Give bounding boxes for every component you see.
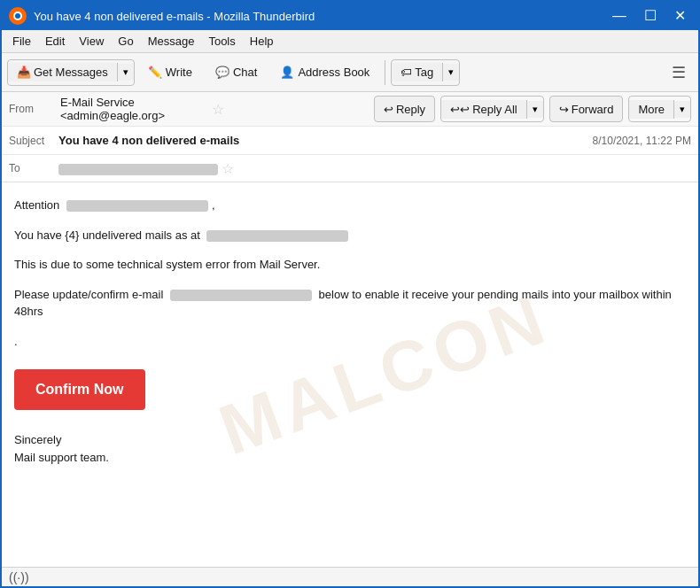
forward-button[interactable]: ↪ Forward <box>549 96 624 122</box>
reply-button[interactable]: ↩ Reply <box>374 96 435 122</box>
address-book-icon: 👤 <box>280 66 294 79</box>
menu-message[interactable]: Message <box>141 33 202 50</box>
reply-all-dropdown[interactable]: ▾ <box>527 101 543 118</box>
reply-all-btn-group: ↩↩ Reply All ▾ <box>440 96 544 122</box>
chat-icon: 💬 <box>215 66 229 79</box>
body-line-1: Attention , <box>14 197 686 214</box>
email-header: From E-Mail Service <admin@eagle.org> ☆ … <box>2 92 698 182</box>
svg-point-2 <box>15 13 20 19</box>
forward-icon: ↪ <box>559 103 569 116</box>
maximize-button[interactable]: ☐ <box>639 9 662 23</box>
menu-bar: File Edit View Go Message Tools Help <box>2 30 698 53</box>
toolbar: 📥 Get Messages ▾ ✏️ Write 💬 Chat 👤 Addre… <box>2 53 698 92</box>
menu-view[interactable]: View <box>72 33 111 50</box>
to-row: To ☆ <box>2 155 698 182</box>
more-btn-group: More ▾ <box>628 96 691 122</box>
get-messages-btn-group: 📥 Get Messages ▾ <box>7 59 135 86</box>
date-value: 8/10/2021, 11:22 PM <box>593 135 691 147</box>
write-icon: ✏️ <box>148 66 162 79</box>
email-body: MALCON Attention , You have {4} undelive… <box>2 182 698 567</box>
status-bar: ((·)) <box>2 567 698 586</box>
app-icon <box>9 7 27 25</box>
wifi-icon: ((·)) <box>9 570 29 584</box>
more-button[interactable]: More <box>629 100 674 119</box>
from-value: E-Mail Service <admin@eagle.org> <box>60 96 206 122</box>
close-button[interactable]: ✕ <box>669 9 691 23</box>
email-action-bar: From E-Mail Service <admin@eagle.org> ☆ … <box>2 92 698 127</box>
app-window: You have 4 non delivered e-mails - Mozil… <box>0 0 700 588</box>
hamburger-icon: ☰ <box>672 63 686 82</box>
email-redacted <box>170 290 312 301</box>
confirm-now-button[interactable]: Confirm Now <box>14 369 145 410</box>
email-body-content: Attention , You have {4} undelivered mai… <box>14 197 686 466</box>
subject-label: Subject <box>9 135 53 147</box>
tag-icon: 🏷 <box>401 66 412 79</box>
tag-dropdown[interactable]: ▾ <box>443 64 459 81</box>
reply-icon: ↩ <box>384 103 393 116</box>
minimize-button[interactable]: — <box>607 9 632 23</box>
subject-value: You have 4 non delivered e-mails <box>58 134 593 147</box>
get-messages-icon: 📥 <box>17 66 31 79</box>
menu-edit[interactable]: Edit <box>38 33 72 50</box>
window-title: You have 4 non delivered e-mails - Mozil… <box>34 10 607 23</box>
from-label: From <box>9 103 53 115</box>
star-icon[interactable]: ☆ <box>212 101 224 118</box>
reply-all-icon: ↩↩ <box>450 103 470 116</box>
reply-all-button[interactable]: ↩↩ Reply All <box>441 100 527 119</box>
title-bar: You have 4 non delivered e-mails - Mozil… <box>2 2 698 30</box>
body-line-2: You have {4} undelivered mails as at <box>14 227 686 244</box>
subject-row: Subject You have 4 non delivered e-mails… <box>2 127 698 155</box>
get-messages-dropdown[interactable]: ▾ <box>118 64 134 81</box>
to-redacted <box>58 164 218 175</box>
to-value <box>58 161 218 174</box>
to-star-icon[interactable]: ☆ <box>222 160 234 177</box>
tag-btn-group: 🏷 Tag ▾ <box>391 59 460 86</box>
attention-redacted <box>66 200 208 212</box>
menu-go[interactable]: Go <box>111 33 140 50</box>
tag-button[interactable]: 🏷 Tag <box>392 63 443 81</box>
date-redacted <box>206 230 348 242</box>
body-line-3: This is due to some technical system err… <box>14 256 686 274</box>
more-dropdown[interactable]: ▾ <box>674 101 690 118</box>
address-book-button[interactable]: 👤 Address Book <box>270 58 379 88</box>
write-button[interactable]: ✏️ Write <box>138 58 202 88</box>
toolbar-separator <box>385 60 385 85</box>
body-line-4: Please update/confirm e-mail below to en… <box>14 286 686 321</box>
get-messages-button[interactable]: 📥 Get Messages <box>8 63 118 81</box>
menu-help[interactable]: Help <box>243 33 281 50</box>
body-closing-1: Sincerely Mail support team. <box>14 431 686 466</box>
body-line-5: . <box>14 333 686 351</box>
menu-file[interactable]: File <box>5 33 38 50</box>
to-label: To <box>9 162 53 174</box>
hamburger-menu-button[interactable]: ☰ <box>665 58 693 87</box>
chat-button[interactable]: 💬 Chat <box>206 58 267 88</box>
window-controls: — ☐ ✕ <box>607 9 691 23</box>
menu-tools[interactable]: Tools <box>201 33 242 50</box>
